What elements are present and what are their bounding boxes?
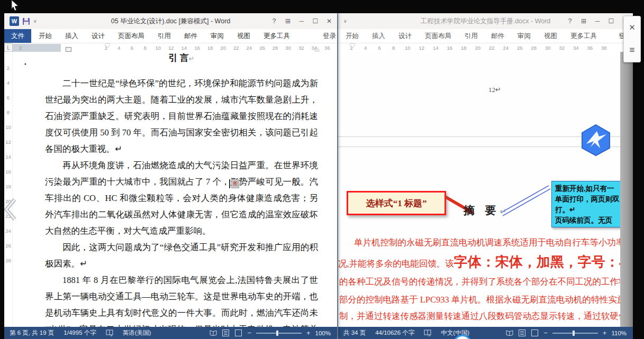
chevron-left-icon[interactable]: [4, 197, 17, 222]
ribbon-tabs: 开始插入设计页面布局引用邮件审阅视图更多工具: [346, 29, 597, 43]
note-line: 单面打印，两页则双: [555, 194, 620, 205]
document-heading[interactable]: 引 言↵: [45, 52, 318, 65]
zoom-out-button[interactable]: −: [543, 329, 548, 337]
red-paragraph-line[interactable]: 制，并通过转速传感器测量转速通过八段数码管动态显示转速，通过软硬件的: [339, 310, 620, 322]
zoom-level[interactable]: 100%: [315, 330, 331, 336]
ribbon-tab[interactable]: 审阅: [518, 32, 531, 41]
ruler-numbers: 24681012141618202224262830323436: [99, 44, 334, 52]
ribbon-tab[interactable]: 更多工具: [264, 32, 290, 41]
paragraph-mark: ↵: [500, 207, 510, 216]
ribbon-tab[interactable]: 更多工具: [570, 32, 597, 41]
proofing-status-icon[interactable]: [424, 329, 431, 336]
scrollbar[interactable]: [620, 52, 633, 339]
ribbon-tab[interactable]: 引用: [158, 32, 171, 41]
zoom-slider[interactable]: [552, 333, 598, 334]
ribbon-tab[interactable]: 开始: [346, 32, 359, 41]
ruler-numbers: 2468101214161820222426283032343638: [344, 44, 611, 52]
ribbon-tab-row: 开始插入设计页面布局引用邮件审阅视图更多工具 登录: [338, 29, 633, 43]
web-layout-icon[interactable]: [531, 329, 539, 336]
ribbon-tab[interactable]: 页面布局: [425, 32, 451, 41]
ribbon-tab[interactable]: 审阅: [211, 32, 224, 41]
mouse-cursor-icon: [11, 0, 20, 12]
sign-in-button[interactable]: 登录: [323, 29, 337, 43]
style-bullet-marker: ▪: [24, 61, 26, 67]
titlebar[interactable]: ∨ 工程技术学院毕业论文指导手册.docx - Word ? ⊞ ─ ☐ ✕: [338, 13, 633, 29]
first-line-indent-marker[interactable]: [105, 44, 110, 50]
ribbon-display-options-button[interactable]: ⊞: [281, 13, 295, 29]
paragraph-mark: ↵: [189, 55, 195, 62]
read-mode-icon[interactable]: [209, 329, 217, 336]
maximize-button[interactable]: ☐: [604, 13, 618, 29]
ribbon-display-options-button[interactable]: ⊞: [577, 13, 591, 29]
ribbon-tabs: 开始插入设计页面布局引用邮件审阅视图更多工具: [39, 29, 290, 43]
tab-selector[interactable]: L: [4, 43, 13, 52]
ribbon-tab[interactable]: 设计: [398, 32, 412, 41]
web-layout-icon[interactable]: [234, 329, 242, 336]
zoom-slider-thumb[interactable]: [276, 331, 278, 336]
page-count-status[interactable]: 第 6 页, 共 19 页: [10, 329, 54, 337]
ribbon-tab[interactable]: 引用: [465, 32, 478, 41]
zoom-slider-thumb[interactable]: [573, 331, 575, 336]
ribbon-tab[interactable]: 视图: [544, 32, 557, 41]
style-callout-box[interactable]: 选样式“1 标题”: [347, 191, 446, 215]
ribbon-tab[interactable]: 插入: [65, 32, 78, 41]
zoom-slider[interactable]: [256, 333, 302, 334]
red-paragraph-line[interactable]: 部分的控制电路基于 LPC933 单片机。根据永磁无刷直流电动机的特性实施脉: [339, 294, 620, 306]
minimize-button[interactable]: ─: [591, 13, 604, 29]
zoom-level[interactable]: 110%: [611, 330, 627, 336]
zoom-in-button[interactable]: +: [603, 329, 607, 337]
zoom-in-button[interactable]: +: [306, 329, 311, 337]
note-callout-box[interactable]: 重新开始,如只有一单面打印，两页则双打。↵页码续前页。无页: [551, 181, 620, 227]
document-page[interactable]: 12↵ 选样式“1 标题” 摘 要↵ 重新开始,如只有一单面打印，两页则双打。↵…: [338, 52, 620, 327]
word-window-guide-manual: ∨ 工程技术学院毕业论文指导手册.docx - Word ? ⊞ ─ ☐ ✕ 开…: [337, 13, 633, 339]
minimize-button[interactable]: ─: [295, 13, 309, 29]
left-indent-marker[interactable]: [66, 47, 71, 52]
first-line-indent-marker[interactable]: [350, 44, 355, 50]
ribbon-tab-file[interactable]: 文件: [4, 29, 31, 43]
panel-close-icon[interactable]: ✕: [629, 23, 636, 32]
red-paragraph-line[interactable]: 况,并能将多余的电能回馈。该字体：宋体，加黑，字号：小二: [338, 253, 620, 271]
ribbon-tab[interactable]: 视图: [237, 32, 250, 41]
word-count-status[interactable]: 1/4995 个字: [64, 329, 96, 337]
thunder-bird-logo-icon[interactable]: [579, 124, 613, 157]
ruler-margin-zone: 2: [13, 44, 61, 52]
titlebar[interactable]: W ∨ 05 毕业论文(设计).doc [兼容模式] - Word ? ⊞ ─ …: [4, 13, 337, 29]
red-paragraph-line[interactable]: 单片机控制的永磁无刷直流电动机调速系统适用于电动自行车等小功率: [354, 237, 620, 249]
hidden-text-marker[interactable]: 图: [231, 179, 239, 188]
red-paragraph-line[interactable]: 的各种工况及信号的传递情况，并得到了系统各个部分在不同工况的工作状态: [339, 276, 620, 288]
print-layout-icon[interactable]: [222, 329, 230, 336]
abstract-heading[interactable]: 摘 要↵: [464, 203, 510, 218]
paragraph[interactable]: 再从环境角度讲，石油燃烧造成的大气污染日益严重。在世界环境污染最为严重的十大城市…: [45, 157, 318, 239]
language-status[interactable]: 英语(美国): [123, 329, 151, 337]
ribbon-tab[interactable]: 插入: [372, 32, 385, 41]
ibeam-cursor-icon: [229, 179, 230, 188]
panel-menu-icon[interactable]: ≡: [630, 45, 635, 56]
ribbon-tab[interactable]: 邮件: [491, 32, 504, 41]
close-button[interactable]: ✕: [322, 13, 336, 29]
abstract-heading-text: 摘 要: [464, 204, 500, 217]
page-number: 12↵: [488, 86, 501, 94]
window-controls: ? ⊞ ─ ☐ ✕: [563, 13, 632, 29]
document-body[interactable]: 二十一世纪是“绿色环保”的世纪，环境保护和能源节约问题成为新世纪最为突出的两大主…: [45, 75, 318, 327]
ribbon-tab[interactable]: 设计: [92, 32, 105, 41]
ribbon-tab[interactable]: 页面布局: [118, 32, 144, 41]
help-button[interactable]: ?: [563, 13, 577, 29]
word-count-status[interactable]: 44/10626 个字: [375, 329, 414, 337]
paragraph[interactable]: 1881 年 8 月在巴黎举行的国际电气展览会上,法国特鲁夫展出了世界上第一辆电…: [45, 272, 318, 327]
maximize-button[interactable]: ☐: [309, 13, 322, 29]
help-button[interactable]: ?: [267, 13, 281, 29]
print-layout-icon[interactable]: [518, 329, 526, 336]
ribbon-tab[interactable]: 邮件: [184, 32, 197, 41]
ribbon-tab[interactable]: 开始: [39, 32, 52, 41]
proofing-status-icon[interactable]: [106, 329, 113, 336]
right-indent-marker[interactable]: [314, 45, 320, 51]
window-controls: ? ⊞ ─ ☐ ✕: [267, 13, 336, 29]
read-mode-icon[interactable]: [505, 329, 513, 336]
paragraph[interactable]: 因此，这两大问题成为了“绿色交通工具”研究开发和推广应用的积极因素。↵: [45, 239, 318, 272]
note-line: 重新开始,如只有一: [555, 184, 620, 194]
red-line-prefix: 况,并能将多余的电能回馈。该: [338, 259, 454, 269]
page-count-status[interactable]: 共 34 页: [343, 329, 366, 337]
document-page[interactable]: 引 言↵ ▪ 二十一世纪是“绿色环保”的世纪，环境保护和能源节约问题成为新世纪最…: [13, 52, 337, 327]
paragraph[interactable]: 二十一世纪是“绿色环保”的世纪，环境保护和能源节约问题成为新世纪最为突出的两大主…: [45, 75, 318, 157]
zoom-out-button[interactable]: −: [247, 329, 251, 337]
